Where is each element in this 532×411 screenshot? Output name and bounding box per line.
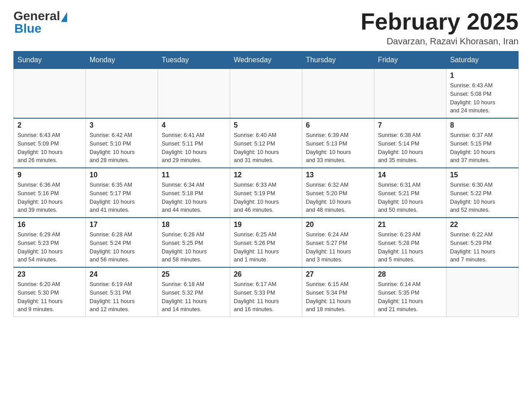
weekday-header-friday: Friday	[374, 51, 446, 69]
calendar-cell: 4Sunrise: 6:41 AMSunset: 5:11 PMDaylight…	[158, 118, 230, 168]
calendar-week-row: 23Sunrise: 6:20 AMSunset: 5:30 PMDayligh…	[14, 267, 519, 317]
day-info: Sunrise: 6:23 AMSunset: 5:28 PMDaylight:…	[378, 231, 442, 264]
calendar-cell: 1Sunrise: 6:43 AMSunset: 5:08 PMDaylight…	[446, 69, 518, 119]
calendar-cell	[374, 69, 446, 119]
day-info: Sunrise: 6:19 AMSunset: 5:31 PMDaylight:…	[90, 280, 154, 314]
day-info: Sunrise: 6:29 AMSunset: 5:23 PMDaylight:…	[17, 231, 82, 264]
weekday-header-row: SundayMondayTuesdayWednesdayThursdayFrid…	[14, 51, 519, 69]
calendar-cell	[446, 267, 518, 317]
day-info: Sunrise: 6:26 AMSunset: 5:25 PMDaylight:…	[162, 231, 226, 264]
day-info: Sunrise: 6:35 AMSunset: 5:17 PMDaylight:…	[90, 181, 154, 214]
calendar-cell: 13Sunrise: 6:32 AMSunset: 5:20 PMDayligh…	[302, 168, 374, 218]
calendar-cell: 6Sunrise: 6:39 AMSunset: 5:13 PMDaylight…	[302, 118, 374, 168]
calendar-cell: 15Sunrise: 6:30 AMSunset: 5:22 PMDayligh…	[446, 168, 518, 218]
day-number: 3	[90, 121, 154, 129]
day-info: Sunrise: 6:39 AMSunset: 5:13 PMDaylight:…	[306, 131, 370, 165]
day-number: 21	[378, 221, 442, 229]
day-info: Sunrise: 6:43 AMSunset: 5:09 PMDaylight:…	[17, 131, 82, 165]
day-number: 5	[234, 121, 298, 129]
day-info: Sunrise: 6:30 AMSunset: 5:22 PMDaylight:…	[450, 181, 515, 214]
day-number: 18	[162, 221, 226, 229]
day-info: Sunrise: 6:33 AMSunset: 5:19 PMDaylight:…	[234, 181, 298, 214]
day-info: Sunrise: 6:32 AMSunset: 5:20 PMDaylight:…	[306, 181, 370, 214]
day-info: Sunrise: 6:20 AMSunset: 5:30 PMDaylight:…	[17, 280, 82, 314]
calendar-cell	[158, 69, 230, 119]
calendar-cell: 16Sunrise: 6:29 AMSunset: 5:23 PMDayligh…	[14, 218, 86, 267]
calendar-cell: 9Sunrise: 6:36 AMSunset: 5:16 PMDaylight…	[14, 168, 86, 218]
day-number: 4	[162, 121, 226, 129]
day-info: Sunrise: 6:28 AMSunset: 5:24 PMDaylight:…	[90, 231, 154, 264]
page-header: General Blue February 2025 Davarzan, Raz…	[13, 9, 519, 47]
month-title: February 2025	[360, 9, 519, 34]
day-number: 20	[306, 221, 370, 229]
day-number: 8	[450, 121, 515, 129]
day-number: 1	[450, 72, 515, 80]
calendar-cell: 20Sunrise: 6:24 AMSunset: 5:27 PMDayligh…	[302, 218, 374, 267]
calendar-cell: 23Sunrise: 6:20 AMSunset: 5:30 PMDayligh…	[14, 267, 86, 317]
weekday-header-thursday: Thursday	[302, 51, 374, 69]
weekday-header-sunday: Sunday	[14, 51, 86, 69]
day-number: 9	[17, 171, 82, 179]
day-info: Sunrise: 6:31 AMSunset: 5:21 PMDaylight:…	[378, 181, 442, 214]
calendar-cell	[86, 69, 158, 119]
calendar-cell: 24Sunrise: 6:19 AMSunset: 5:31 PMDayligh…	[86, 267, 158, 317]
day-number: 14	[378, 171, 442, 179]
calendar-cell: 14Sunrise: 6:31 AMSunset: 5:21 PMDayligh…	[374, 168, 446, 218]
calendar-week-row: 1Sunrise: 6:43 AMSunset: 5:08 PMDaylight…	[14, 69, 519, 119]
weekday-header-tuesday: Tuesday	[158, 51, 230, 69]
logo-blue-text: Blue	[14, 21, 42, 36]
calendar-cell: 11Sunrise: 6:34 AMSunset: 5:18 PMDayligh…	[158, 168, 230, 218]
calendar-cell	[230, 69, 302, 119]
day-number: 22	[450, 221, 515, 229]
day-number: 6	[306, 121, 370, 129]
day-number: 28	[378, 270, 442, 278]
day-info: Sunrise: 6:38 AMSunset: 5:14 PMDaylight:…	[378, 131, 442, 165]
day-number: 10	[90, 171, 154, 179]
calendar-cell: 8Sunrise: 6:37 AMSunset: 5:15 PMDaylight…	[446, 118, 518, 168]
day-info: Sunrise: 6:42 AMSunset: 5:10 PMDaylight:…	[90, 131, 154, 165]
day-info: Sunrise: 6:36 AMSunset: 5:16 PMDaylight:…	[17, 181, 82, 214]
calendar-week-row: 16Sunrise: 6:29 AMSunset: 5:23 PMDayligh…	[14, 218, 519, 267]
day-number: 24	[90, 270, 154, 278]
calendar-cell: 28Sunrise: 6:14 AMSunset: 5:35 PMDayligh…	[374, 267, 446, 317]
day-info: Sunrise: 6:15 AMSunset: 5:34 PMDaylight:…	[306, 280, 370, 314]
location-text: Davarzan, Razavi Khorasan, Iran	[360, 36, 519, 47]
day-number: 7	[378, 121, 442, 129]
day-number: 23	[17, 270, 82, 278]
calendar-cell: 27Sunrise: 6:15 AMSunset: 5:34 PMDayligh…	[302, 267, 374, 317]
calendar-week-row: 2Sunrise: 6:43 AMSunset: 5:09 PMDaylight…	[14, 118, 519, 168]
day-info: Sunrise: 6:25 AMSunset: 5:26 PMDaylight:…	[234, 231, 298, 264]
day-number: 15	[450, 171, 515, 179]
calendar-cell: 2Sunrise: 6:43 AMSunset: 5:09 PMDaylight…	[14, 118, 86, 168]
day-number: 13	[306, 171, 370, 179]
day-number: 25	[162, 270, 226, 278]
calendar-week-row: 9Sunrise: 6:36 AMSunset: 5:16 PMDaylight…	[14, 168, 519, 218]
day-info: Sunrise: 6:14 AMSunset: 5:35 PMDaylight:…	[378, 280, 442, 314]
logo: General Blue	[13, 9, 67, 36]
weekday-header-monday: Monday	[86, 51, 158, 69]
calendar-cell: 21Sunrise: 6:23 AMSunset: 5:28 PMDayligh…	[374, 218, 446, 267]
logo-triangle-icon	[61, 12, 67, 22]
day-number: 17	[90, 221, 154, 229]
day-info: Sunrise: 6:34 AMSunset: 5:18 PMDaylight:…	[162, 181, 226, 214]
calendar-cell: 18Sunrise: 6:26 AMSunset: 5:25 PMDayligh…	[158, 218, 230, 267]
title-block: February 2025 Davarzan, Razavi Khorasan,…	[360, 9, 519, 47]
day-info: Sunrise: 6:43 AMSunset: 5:08 PMDaylight:…	[450, 81, 515, 115]
day-info: Sunrise: 6:40 AMSunset: 5:12 PMDaylight:…	[234, 131, 298, 165]
day-info: Sunrise: 6:17 AMSunset: 5:33 PMDaylight:…	[234, 280, 298, 314]
calendar-cell: 3Sunrise: 6:42 AMSunset: 5:10 PMDaylight…	[86, 118, 158, 168]
calendar-cell: 22Sunrise: 6:22 AMSunset: 5:29 PMDayligh…	[446, 218, 518, 267]
day-number: 26	[234, 270, 298, 278]
calendar-cell: 17Sunrise: 6:28 AMSunset: 5:24 PMDayligh…	[86, 218, 158, 267]
calendar-cell: 25Sunrise: 6:18 AMSunset: 5:32 PMDayligh…	[158, 267, 230, 317]
calendar-cell: 26Sunrise: 6:17 AMSunset: 5:33 PMDayligh…	[230, 267, 302, 317]
calendar-cell: 10Sunrise: 6:35 AMSunset: 5:17 PMDayligh…	[86, 168, 158, 218]
day-info: Sunrise: 6:41 AMSunset: 5:11 PMDaylight:…	[162, 131, 226, 165]
calendar-table: SundayMondayTuesdayWednesdayThursdayFrid…	[13, 51, 519, 317]
calendar-cell: 19Sunrise: 6:25 AMSunset: 5:26 PMDayligh…	[230, 218, 302, 267]
day-number: 27	[306, 270, 370, 278]
calendar-cell: 7Sunrise: 6:38 AMSunset: 5:14 PMDaylight…	[374, 118, 446, 168]
day-number: 16	[17, 221, 82, 229]
day-number: 19	[234, 221, 298, 229]
calendar-cell	[14, 69, 86, 119]
